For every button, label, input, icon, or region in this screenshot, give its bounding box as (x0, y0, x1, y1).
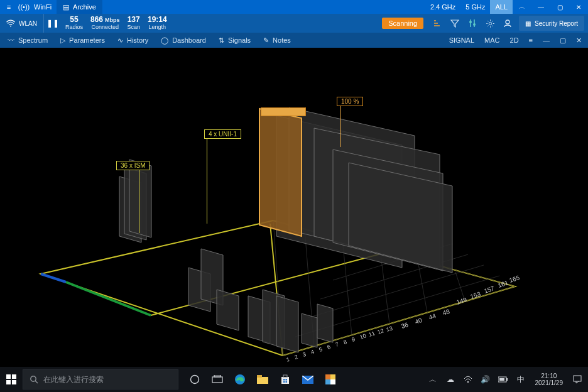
svg-text:44: 44 (428, 312, 437, 321)
svg-line-20 (41, 274, 66, 282)
callout-highlight (261, 107, 306, 116)
scanning-button[interactable]: Scanning (382, 18, 423, 29)
spectrum-canvas[interactable]: 1 2 3 4 5 6 7 8 9 10 11 12 13 36 40 44 4… (0, 48, 588, 367)
panel-maximize-button[interactable]: ▢ (555, 33, 571, 48)
tab-notes[interactable]: ✎Notes (257, 33, 297, 48)
store-icon[interactable] (274, 367, 297, 392)
svg-text:9: 9 (351, 336, 356, 343)
clock-date: 2021/1/29 (535, 379, 564, 386)
start-button[interactable] (0, 367, 23, 392)
svg-text:11: 11 (368, 330, 376, 338)
wlan-button[interactable]: WLAN (0, 14, 44, 33)
svg-rect-68 (212, 377, 222, 383)
hamburger-icon[interactable]: ≡ (4, 3, 14, 11)
tab-dashboard[interactable]: ◯Dashboard (155, 33, 212, 48)
search-input[interactable]: 在此键入进行搜索 (23, 369, 178, 389)
svg-marker-32 (317, 304, 333, 342)
svg-point-3 (489, 22, 491, 24)
tray-battery-icon[interactable] (496, 376, 510, 383)
gear-icon[interactable] (481, 14, 499, 33)
filter-icon[interactable] (446, 14, 464, 33)
chevron-up-icon[interactable]: ︿ (513, 0, 531, 14)
svg-text:6: 6 (327, 344, 332, 351)
callout-unii: 4 x UNII-1 (204, 129, 241, 139)
mail-icon[interactable] (297, 367, 319, 392)
svg-text:12: 12 (377, 327, 385, 335)
close-button[interactable]: ✕ (569, 0, 588, 14)
band-24ghz[interactable]: 2.4 GHz (425, 0, 460, 14)
spectrum-3d-plot: 1 2 3 4 5 6 7 8 9 10 11 12 13 36 40 44 4… (0, 48, 588, 367)
svg-text:10: 10 (359, 332, 368, 340)
svg-rect-63 (6, 380, 11, 384)
task-icons (183, 367, 342, 392)
svg-text:13: 13 (386, 325, 394, 333)
svg-text:1: 1 (286, 356, 291, 363)
tab-spectrum[interactable]: 〰Spectrum (1, 33, 54, 48)
tray-notifications-icon[interactable] (570, 375, 584, 384)
panel-minimize-button[interactable]: — (538, 33, 555, 48)
list-icon[interactable]: ≡ (524, 33, 538, 48)
tray-chevron-icon[interactable]: ︿ (426, 374, 440, 385)
stat-length: 19:14 Length (144, 16, 171, 30)
svg-rect-73 (281, 377, 289, 384)
wlan-label: WLAN (19, 20, 37, 27)
tray-volume-icon[interactable]: 🔊 (479, 375, 493, 384)
tab-signals[interactable]: ⇅Signals (212, 33, 257, 48)
callout-line (340, 106, 341, 147)
system-tray: ︿ ☁ 🔊 中 21:10 2021/1/29 (426, 373, 589, 386)
svg-point-67 (191, 376, 199, 384)
cortana-icon[interactable] (183, 367, 206, 392)
svg-rect-72 (257, 375, 262, 378)
tab-history[interactable]: ∿History (111, 33, 155, 48)
edge-icon[interactable] (229, 367, 251, 392)
svg-text:48: 48 (442, 308, 450, 317)
tray-onedrive-icon[interactable]: ☁ (444, 375, 457, 384)
user-icon[interactable] (499, 14, 516, 33)
band-all[interactable]: ALL (490, 0, 513, 14)
mode-2d[interactable]: 2D (505, 33, 524, 48)
tab-parameters[interactable]: ▷Parameters (54, 33, 111, 48)
archive-label: Archive (73, 3, 96, 11)
grid-icon: ▦ (525, 20, 531, 27)
clock-time: 21:10 (541, 373, 557, 379)
sliders-icon[interactable] (464, 14, 481, 33)
caret-right-icon: ▷ (60, 36, 65, 45)
svg-marker-38 (259, 109, 302, 236)
archive-tab[interactable]: ▤ Archive (57, 0, 102, 14)
svg-line-21 (66, 282, 151, 315)
svg-text:161: 161 (497, 279, 509, 289)
mode-signal[interactable]: SIGNAL (444, 33, 479, 48)
tray-wifi-icon[interactable] (461, 376, 475, 383)
app-icon[interactable] (319, 367, 342, 392)
titlebar: ≡ ((•)) WinFi ▤ Archive 2.4 GHz 5 GHz AL… (0, 0, 588, 14)
security-report-button[interactable]: ▦ Security Report (519, 16, 584, 31)
callout-percent: 100 % (337, 97, 363, 106)
mode-mac[interactable]: MAC (479, 33, 504, 48)
svg-marker-24 (129, 160, 151, 237)
band-5ghz[interactable]: 5 GHz (460, 0, 490, 14)
svg-rect-78 (286, 381, 288, 383)
toolbar: WLAN ❚❚ 55 Radios 866Mbps Connected 137 … (0, 14, 588, 33)
sort-icon[interactable] (428, 14, 446, 33)
minimize-button[interactable]: — (531, 0, 550, 14)
svg-point-0 (10, 26, 11, 27)
taskview-icon[interactable] (206, 367, 229, 392)
pause-button[interactable]: ❚❚ (44, 14, 62, 33)
tray-ime-icon[interactable]: 中 (514, 374, 528, 385)
panel-close-button[interactable]: ✕ (571, 33, 587, 48)
svg-line-10 (308, 265, 484, 318)
svg-point-84 (467, 381, 468, 383)
svg-text:2: 2 (294, 354, 299, 361)
svg-text:149: 149 (455, 296, 468, 306)
svg-point-4 (506, 20, 509, 24)
callout-line (207, 139, 207, 224)
svg-rect-76 (286, 379, 288, 381)
explorer-icon[interactable] (251, 367, 274, 392)
tray-clock[interactable]: 21:10 2021/1/29 (531, 373, 567, 386)
maximize-button[interactable]: ▢ (550, 0, 569, 14)
svg-rect-69 (214, 375, 220, 377)
svg-text:5: 5 (318, 346, 324, 353)
stat-connected: 866Mbps Connected (87, 16, 124, 30)
signal-icon: ⇅ (219, 36, 224, 45)
svg-rect-61 (6, 374, 11, 379)
